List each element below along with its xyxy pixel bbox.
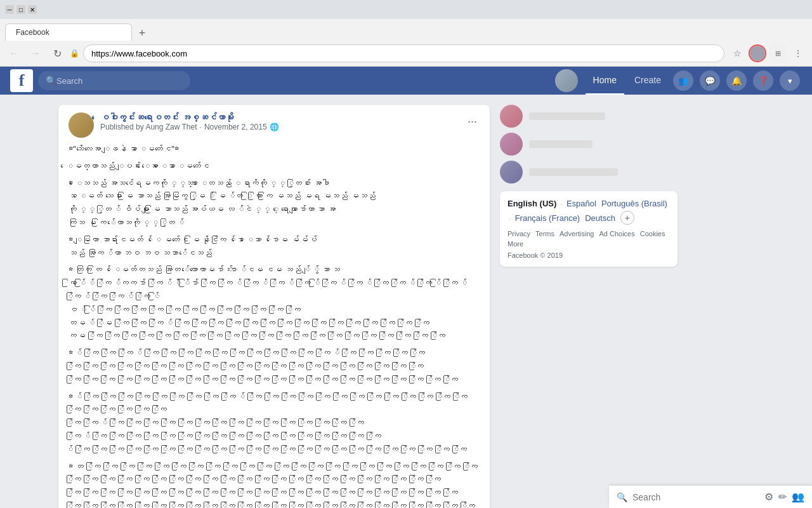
bottom-bar: 🔍 ⚙ ✏ 👥 xyxy=(609,485,812,508)
nav-item-home[interactable]: Home xyxy=(586,67,624,95)
help-icon-button[interactable]: ❓ xyxy=(753,70,773,91)
extensions-button[interactable]: ⊞ xyxy=(769,44,787,62)
suggestion-item-2 xyxy=(500,133,678,156)
bottom-settings-icon[interactable]: ⚙ xyxy=(764,491,773,503)
tab-bar: Facebook + xyxy=(0,19,812,41)
address-bar[interactable] xyxy=(83,44,724,62)
minimize-button[interactable]: ─ xyxy=(5,5,14,14)
right-sidebar: English (US) · Español Português (Brasil… xyxy=(500,105,678,508)
facebook-logo-letter: f xyxy=(19,71,25,90)
footer-privacy[interactable]: Privacy xyxy=(508,230,530,237)
post-page-name[interactable]: ဝေဝါးကွင်းဆရာဝေတင်း အစ္ဆင်ဟာမိုး xyxy=(100,112,465,123)
post-meta-separator: · xyxy=(200,123,202,131)
reload-button[interactable]: ↻ xyxy=(48,44,66,62)
facebook-search-input[interactable] xyxy=(56,76,171,86)
public-icon: 🌐 xyxy=(270,123,279,131)
suggestion-name-2 xyxy=(529,140,593,148)
post-line-2: ေမတ္တာသည် ျပင်း ေအေ ေသာ ေမတ်ငေ xyxy=(69,160,480,173)
post-card: ဝေဝါးကွင်းဆရာဝေတင်း အစ္ဆင်ဟာမိုး Publish… xyxy=(58,105,490,508)
post-line-8: ☆ တ ်ကြ ်ကြ ်ကြ ်ကြ ်ကြ ်ကြ ်ကြ ်ကြ ်ကြ … xyxy=(69,460,480,508)
profile-avatar-small xyxy=(750,46,765,61)
facebook-search-bar[interactable]: 🔍 xyxy=(38,71,190,90)
post-header: ဝေဝါးကွင်းဆရာဝေတင်း အစ္ဆင်ဟာမိုး Publish… xyxy=(58,105,490,143)
footer-more[interactable]: More xyxy=(508,240,523,248)
friends-icon-button[interactable]: 👥 xyxy=(673,70,693,91)
post-body: ☆"သိလေအေ ျဖနဲ သာ ေမတ်ငေ"☆ ေမတ္တာသည် ျပင်… xyxy=(58,143,490,508)
footer-links: Privacy Terms Advertising Ad Choices Coo… xyxy=(508,230,670,248)
back-button[interactable]: ← xyxy=(5,44,23,62)
footer-copyright: Facebook © 2019 xyxy=(508,251,670,259)
maximize-button[interactable]: □ xyxy=(16,5,25,14)
post-line-7: ☆ ် ်ကြ ်ကြ ်ကြ ်ကြ ်ကြ ်ကြ ်ကြ ်ကြ ်ကြ … xyxy=(69,391,480,457)
window-controls: ─ □ ✕ xyxy=(5,5,37,14)
nav-create-label: Create xyxy=(634,75,661,85)
language-add-button[interactable]: + xyxy=(620,211,634,225)
bottom-bar-icons: ⚙ ✏ 👥 xyxy=(764,491,804,503)
post-line-4: ☆ ျမကြာ ဘာရာ်ငမတ် ် ေ မတ်ငေ မြ နိုင်ကြ ်… xyxy=(69,234,480,260)
search-icon: 🔍 xyxy=(46,76,56,86)
post-line-3: ☆ ေသသည် အသင်ရေမကကို ့ ့သ္ာ ေတသည် ေ ရာကိက… xyxy=(69,177,480,230)
suggestion-info-1 xyxy=(529,112,678,120)
language-deutsch[interactable]: Deutsch xyxy=(585,213,615,223)
active-tab[interactable]: Facebook xyxy=(5,23,132,41)
avatar-suggestions xyxy=(500,105,678,184)
footer-advertising[interactable]: Advertising xyxy=(560,230,594,237)
new-tab-button[interactable]: + xyxy=(134,25,150,41)
bottom-edit-icon[interactable]: ✏ xyxy=(778,491,787,503)
bookmark-button[interactable]: ☆ xyxy=(728,44,746,62)
post-more-button[interactable]: ··· xyxy=(465,112,480,131)
post-header-info: ဝေဝါးကွင်းဆရာဝေတင်း အစ္ဆင်ဟာမိုး Publish… xyxy=(100,112,465,131)
lang-sep-1: · xyxy=(560,199,563,208)
page-layout: ဝေဝါးကွင်းဆရာဝေတင်း အစ္ဆင်ဟာမိုး Publish… xyxy=(0,95,812,508)
browser-toolbar: ← → ↻ 🔒 ☆ ⊞ ⋮ xyxy=(0,41,812,66)
facebook-nav: Home Create 👥 💬 🔔 ❓ ▾ xyxy=(550,67,802,95)
post-published-by: Published by Aung Zaw Thet xyxy=(100,123,197,131)
footer-cookies[interactable]: Cookies xyxy=(640,230,665,237)
footer-ad-choices[interactable]: Ad Choices xyxy=(599,230,634,237)
suggestion-name-3 xyxy=(529,168,618,176)
nav-item-create[interactable]: Create xyxy=(627,67,669,95)
suggestion-avatar-3[interactable] xyxy=(500,161,523,184)
language-list: English (US) · Español Português (Brasil… xyxy=(508,199,670,225)
post-line-5: ☆ တကြ တြ ် ေမတ်တသည် အတြ ်လောကောမ ်ာ ်းာ … xyxy=(69,264,480,343)
profile-icon-button[interactable] xyxy=(749,44,766,62)
suggestion-item-3 xyxy=(500,161,678,184)
post-meta: Published by Aung Zaw Thet · November 2,… xyxy=(100,123,465,131)
facebook-profile-avatar[interactable] xyxy=(555,69,578,92)
suggestion-info-3 xyxy=(529,168,678,176)
forward-button[interactable]: → xyxy=(27,44,44,62)
nav-home-label: Home xyxy=(593,75,617,85)
close-button[interactable]: ✕ xyxy=(28,5,37,14)
bottom-search-input[interactable] xyxy=(632,492,759,502)
center-column: ဝေဝါးကွင်းဆရာဝေတင်း အစ္ဆင်ဟာမိုး Publish… xyxy=(58,105,490,508)
tab-title: Facebook xyxy=(16,28,49,37)
language-english[interactable]: English (US) xyxy=(508,199,556,208)
suggestion-avatar-2[interactable] xyxy=(500,133,523,156)
facebook-header: f 🔍 Home Create 👥 💬 🔔 ❓ ▾ xyxy=(0,67,812,95)
menu-button[interactable]: ⋮ xyxy=(789,44,807,62)
post-line-1: ☆"သိလေအေ ျဖနဲ သာ ေမတ်ငေ"☆ xyxy=(69,143,480,156)
left-column xyxy=(10,105,48,508)
post-page-avatar[interactable] xyxy=(69,112,94,138)
bottom-search-icon: 🔍 xyxy=(617,492,627,502)
browser-titlebar: ─ □ ✕ xyxy=(0,0,812,19)
footer-terms[interactable]: Terms xyxy=(535,230,554,237)
language-box: English (US) · Español Português (Brasil… xyxy=(500,191,678,267)
suggestion-avatar-1[interactable] xyxy=(500,105,523,128)
bottom-users-icon[interactable]: 👥 xyxy=(792,491,804,503)
suggestion-item-1 xyxy=(500,105,678,128)
post-date: November 2, 2015 xyxy=(204,123,267,131)
messenger-icon-button[interactable]: 💬 xyxy=(700,70,720,91)
facebook-logo[interactable]: f xyxy=(10,69,33,92)
lock-icon: 🔒 xyxy=(70,49,79,58)
language-espanol[interactable]: Español xyxy=(566,199,596,208)
more-icon-button[interactable]: ▾ xyxy=(780,70,800,91)
browser-chrome: ─ □ ✕ Facebook + ← → ↻ 🔒 ☆ ⊞ ⋮ xyxy=(0,0,812,67)
suggestion-name-1 xyxy=(529,112,605,120)
post-line-6: ☆ ် ်ကြ ်ကြ ်ကြ ် ်ကြ ်ကြ ်ကြ ်ကြ ်ကြ ်က… xyxy=(69,347,480,386)
language-portuguese[interactable]: Português (Brasil) xyxy=(601,199,667,208)
language-french[interactable]: Français (France) xyxy=(515,213,580,223)
lang-sep-2: · xyxy=(509,213,511,223)
toolbar-right: ☆ ⊞ ⋮ xyxy=(728,44,807,62)
notifications-icon-button[interactable]: 🔔 xyxy=(726,70,747,91)
